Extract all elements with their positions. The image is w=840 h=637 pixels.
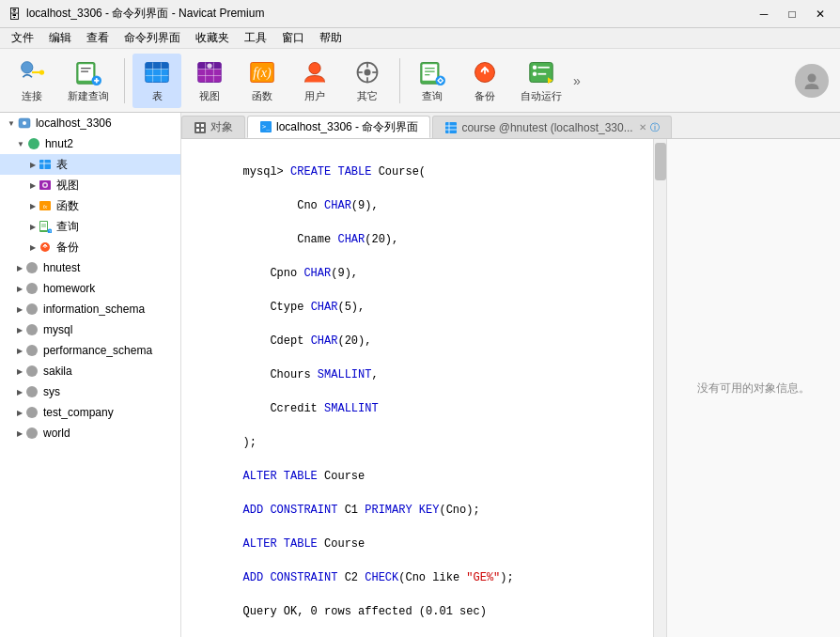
expand-view-icon[interactable]: ▶ [30, 181, 36, 190]
expand-homework-icon[interactable]: ▶ [17, 285, 23, 293]
expand-sakila-icon[interactable]: ▶ [17, 367, 23, 376]
menu-favorites[interactable]: 收藏夹 [188, 28, 237, 48]
table-button[interactable]: 表 [132, 54, 181, 108]
svg-point-47 [23, 121, 26, 125]
main-layout: ▼ localhost_3306 ▼ hnut2 ▶ [0, 113, 840, 637]
svg-text:>_: >_ [262, 123, 271, 131]
expand-hnutest-icon[interactable]: ▶ [17, 264, 23, 272]
db-sakila-icon [24, 364, 39, 379]
sidebar-item-performance-schema[interactable]: ▶ performance_schema [0, 340, 180, 361]
db-hnut2-icon [26, 136, 41, 151]
menu-edit[interactable]: 编辑 [41, 28, 79, 48]
expand-table-icon[interactable]: ▶ [30, 161, 36, 169]
toolbar-more[interactable]: » [573, 73, 581, 88]
expand-world-icon[interactable]: ▶ [17, 429, 23, 438]
user-avatar[interactable] [795, 64, 829, 98]
terminal-scrollbar[interactable] [653, 139, 666, 637]
svg-point-41 [533, 72, 537, 76]
expand-localhost-icon[interactable]: ▼ [8, 119, 15, 128]
other-icon [352, 57, 382, 87]
no-object-info-text: 没有可用的对象信息。 [697, 381, 810, 396]
function-button[interactable]: f(x) 函数 [238, 54, 287, 108]
menu-command[interactable]: 命令列界面 [117, 28, 188, 48]
user-label: 用户 [304, 89, 325, 103]
sidebar-item-hnutest[interactable]: ▶ hnutest [0, 257, 180, 278]
menubar: 文件 编辑 查看 命令列界面 收藏夹 工具 窗口 帮助 [0, 28, 840, 49]
expand-backup-icon[interactable]: ▶ [30, 243, 36, 252]
sidebar-item-test-company[interactable]: ▶ test_company [0, 402, 180, 423]
tab-command[interactable]: >_ localhost_3306 - 命令列界面 [247, 116, 430, 138]
other-button[interactable]: 其它 [343, 54, 392, 108]
close-button[interactable]: ✕ [808, 5, 832, 23]
backup-button[interactable]: 备份 [460, 54, 509, 108]
func-group-icon: fx [38, 198, 53, 213]
infoschema-label: information_schema [43, 303, 145, 316]
db-homework-icon [24, 281, 39, 296]
expand-query-icon[interactable]: ▶ [30, 223, 36, 231]
svg-point-40 [533, 66, 537, 70]
sidebar-item-homework[interactable]: ▶ homework [0, 278, 180, 299]
svg-rect-33 [423, 64, 438, 81]
course-tab-icon [444, 121, 458, 134]
expand-sys-icon[interactable]: ▶ [17, 388, 23, 396]
scrollbar-thumb[interactable] [655, 143, 666, 180]
sidebar: ▼ localhost_3306 ▼ hnut2 ▶ [0, 113, 181, 637]
svg-rect-65 [201, 124, 204, 127]
sidebar-item-mysql[interactable]: ▶ mysql [0, 319, 180, 340]
view-group-label: 视图 [56, 178, 79, 194]
connect-button[interactable]: 连接 [8, 54, 56, 108]
connect-label: 连接 [22, 89, 42, 103]
right-panel: 没有可用的对象信息。 [666, 139, 840, 637]
toolbar-separator-2 [399, 58, 400, 103]
menu-tools[interactable]: 工具 [237, 28, 274, 48]
window-controls: ─ □ ✕ [752, 5, 832, 23]
menu-view[interactable]: 查看 [79, 28, 117, 48]
user-icon [300, 57, 330, 87]
hnut2-label: hnut2 [45, 137, 73, 150]
expand-mysql-icon[interactable]: ▶ [17, 326, 23, 334]
tab-course-close[interactable]: ✕ [639, 122, 646, 132]
user-button[interactable]: 用户 [290, 54, 339, 108]
maximize-button[interactable]: □ [780, 5, 804, 23]
sidebar-item-hnut2-query[interactable]: ▶ ? 查询 [0, 216, 180, 237]
autorun-button[interactable]: 自动运行 [513, 54, 569, 108]
sidebar-item-hnut2-view[interactable]: ▶ 视图 [0, 175, 180, 195]
sidebar-item-sakila[interactable]: ▶ sakila [0, 361, 180, 381]
sidebar-item-hnut2-func[interactable]: ▶ fx 函数 [0, 195, 180, 216]
sidebar-item-localhost[interactable]: ▼ localhost_3306 [0, 113, 180, 133]
tab-object[interactable]: 对象 [181, 116, 245, 138]
localhost-label: localhost_3306 [36, 117, 112, 130]
expand-perfschema-icon[interactable]: ▶ [17, 347, 23, 355]
query-button[interactable]: 查询 [408, 54, 457, 108]
sidebar-item-sys[interactable]: ▶ sys [0, 381, 180, 402]
expand-hnut2-icon[interactable]: ▼ [17, 140, 24, 148]
expand-testcompany-icon[interactable]: ▶ [17, 409, 23, 417]
view-button[interactable]: 视图 [185, 54, 234, 108]
sidebar-item-world[interactable]: ▶ world [0, 423, 180, 443]
svg-point-27 [365, 70, 371, 76]
terminal-output[interactable]: mysql> CREATE TABLE Course( Cno CHAR(9),… [181, 139, 653, 637]
tab-course[interactable]: course @hnutest (localhost_330... ✕ ⓘ [432, 116, 671, 138]
minimize-button[interactable]: ─ [752, 5, 776, 23]
terminal-container: mysql> CREATE TABLE Course( Cno CHAR(9),… [181, 139, 840, 637]
sidebar-item-hnut2-backup[interactable]: ▶ 备份 [0, 237, 180, 257]
db-hnutest-icon [24, 260, 39, 275]
backup-group-icon [38, 240, 53, 255]
tab-bar: 对象 >_ localhost_3306 - 命令列界面 [181, 113, 840, 139]
svg-point-2 [39, 70, 44, 74]
menu-help[interactable]: 帮助 [312, 28, 350, 48]
new-query-button[interactable]: 新建查询 [60, 54, 117, 108]
autorun-icon [526, 57, 556, 87]
sidebar-item-hnut2[interactable]: ▼ hnut2 [0, 133, 180, 154]
menu-file[interactable]: 文件 [4, 28, 41, 48]
tab-course-info[interactable]: ⓘ [650, 121, 660, 134]
function-icon: f(x) [247, 57, 277, 87]
homework-label: homework [43, 282, 95, 295]
expand-func-icon[interactable]: ▶ [30, 202, 36, 210]
testcompany-label: test_company [43, 406, 114, 419]
sidebar-item-hnut2-table[interactable]: ▶ 表 [0, 154, 180, 175]
menu-window[interactable]: 窗口 [274, 28, 312, 48]
expand-infoschema-icon[interactable]: ▶ [17, 305, 23, 314]
backup-group-label: 备份 [56, 240, 79, 256]
sidebar-item-information-schema[interactable]: ▶ information_schema [0, 299, 180, 319]
